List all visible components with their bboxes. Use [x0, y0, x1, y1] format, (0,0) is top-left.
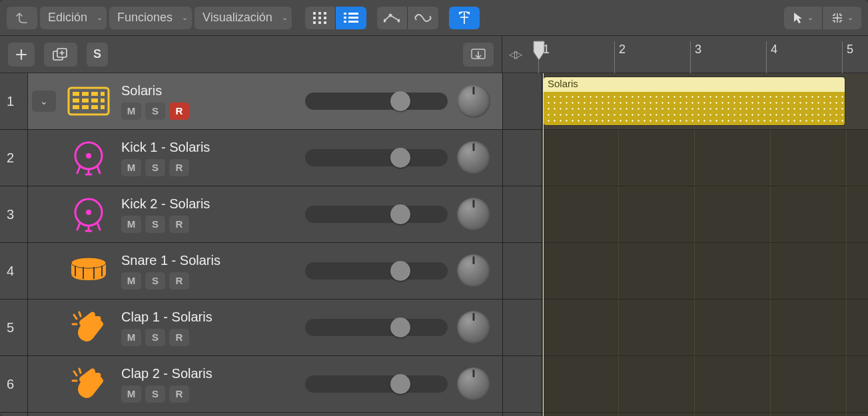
- svg-rect-27: [82, 99, 89, 103]
- track-header[interactable]: ⌄ Solaris M S R: [28, 73, 502, 130]
- menu-view[interactable]: Visualización ⌄: [195, 7, 292, 29]
- record-button[interactable]: R: [169, 272, 189, 290]
- svg-point-16: [389, 13, 392, 17]
- record-button[interactable]: R: [169, 385, 189, 403]
- volume-slider[interactable]: [305, 375, 448, 393]
- main-area: 123456 ⌄ Solaris M S R: [0, 73, 868, 416]
- volume-slider[interactable]: [305, 93, 448, 110]
- back-button[interactable]: [7, 7, 37, 29]
- pointer-tool-button[interactable]: ⌄: [784, 7, 823, 29]
- track-numbers: 123456: [0, 73, 28, 416]
- svg-rect-26: [73, 99, 79, 103]
- track-number[interactable]: 3: [0, 186, 27, 243]
- track-number[interactable]: 4: [0, 243, 27, 300]
- list-view-button[interactable]: [336, 7, 366, 29]
- chevron-down-icon: ⌄: [182, 13, 188, 22]
- pan-knob[interactable]: [457, 311, 490, 344]
- ruler-tick: 5: [842, 41, 853, 73]
- record-button[interactable]: R: [169, 329, 189, 346]
- track-name: Snare 1 - Solaris: [121, 253, 297, 268]
- add-track-button[interactable]: [8, 43, 35, 67]
- solo-button[interactable]: S: [145, 103, 165, 120]
- timeline-row[interactable]: [542, 243, 868, 300]
- tool-group: [377, 7, 438, 29]
- midi-region[interactable]: Solaris: [544, 77, 845, 125]
- timeline-toolbar: ◁▷ 12345: [502, 36, 868, 73]
- plus-cursor-icon: [831, 12, 843, 24]
- mute-button[interactable]: M: [121, 272, 141, 290]
- kick-icon: [64, 138, 113, 178]
- track-header[interactable]: Kick 1 - Solaris M S R: [28, 130, 502, 186]
- global-solo-button[interactable]: S: [87, 43, 108, 67]
- ruler-tick: 2: [614, 41, 626, 73]
- pointer-icon: [793, 12, 803, 24]
- track-header[interactable]: Clap 1 - Solaris M S R: [28, 300, 502, 356]
- svg-rect-25: [101, 92, 105, 96]
- mute-button[interactable]: M: [121, 103, 141, 120]
- track-name: Kick 1 - Solaris: [121, 140, 297, 155]
- pan-knob[interactable]: [457, 198, 490, 231]
- mute-button[interactable]: M: [121, 216, 141, 233]
- svg-rect-12: [348, 17, 358, 19]
- flex-button[interactable]: [408, 7, 438, 29]
- solo-button[interactable]: S: [145, 385, 165, 403]
- playhead-marker[interactable]: [531, 40, 547, 71]
- pan-knob[interactable]: [457, 254, 490, 288]
- solo-button[interactable]: S: [145, 216, 165, 233]
- track-number[interactable]: 6: [0, 356, 27, 413]
- list-icon: [344, 13, 358, 23]
- automation-button[interactable]: [377, 7, 408, 29]
- import-icon: [471, 49, 486, 61]
- pan-knob[interactable]: [457, 367, 490, 401]
- svg-rect-33: [101, 105, 105, 109]
- record-button[interactable]: R: [169, 216, 189, 233]
- pan-knob[interactable]: [457, 85, 490, 118]
- volume-slider[interactable]: [305, 262, 448, 280]
- pan-knob[interactable]: [457, 141, 490, 174]
- grid-icon: [313, 12, 326, 24]
- timeline[interactable]: Solaris: [542, 73, 868, 416]
- track-number[interactable]: 2: [0, 130, 27, 186]
- timeline-row[interactable]: [542, 356, 868, 413]
- svg-rect-0: [313, 12, 316, 15]
- volume-slider[interactable]: [305, 319, 448, 336]
- track-name: Solaris: [121, 83, 297, 99]
- track-header[interactable]: Snare 1 - Solaris M S R: [28, 243, 502, 300]
- disclosure-toggle[interactable]: ⌄: [32, 91, 56, 112]
- duplicate-track-button[interactable]: [44, 43, 77, 67]
- track-name: Kick 2 - Solaris: [121, 196, 297, 212]
- record-button[interactable]: R: [169, 159, 189, 176]
- ruler[interactable]: 12345: [538, 41, 868, 73]
- volume-slider[interactable]: [305, 206, 448, 223]
- timeline-body[interactable]: Solaris: [542, 73, 868, 416]
- track-number[interactable]: 1: [0, 73, 27, 130]
- menu-edit[interactable]: Edición ⌄: [40, 7, 107, 29]
- playhead[interactable]: [543, 73, 544, 416]
- timeline-row[interactable]: [542, 130, 868, 186]
- mute-button[interactable]: M: [121, 329, 141, 346]
- grid-view-button[interactable]: [305, 7, 336, 29]
- nudge-playhead-button[interactable]: ◁▷: [509, 48, 520, 61]
- track-header[interactable]: Clap 2 - Solaris M S R: [28, 356, 502, 413]
- menu-functions-label: Funciones: [117, 11, 173, 25]
- view-mode-group: [305, 7, 366, 29]
- catch-playhead-button[interactable]: [449, 7, 480, 29]
- timeline-row[interactable]: [542, 186, 868, 243]
- solo-button[interactable]: S: [145, 272, 165, 290]
- svg-point-37: [86, 210, 91, 215]
- mute-button[interactable]: M: [121, 385, 141, 403]
- svg-rect-6: [313, 21, 316, 24]
- menu-functions[interactable]: Funciones ⌄: [109, 7, 192, 29]
- solo-button[interactable]: S: [145, 329, 165, 346]
- secondary-tool-button[interactable]: ⌄: [823, 7, 861, 29]
- timeline-row[interactable]: [542, 300, 868, 356]
- track-number[interactable]: 5: [0, 300, 27, 356]
- record-button[interactable]: R: [169, 103, 189, 120]
- track-name: Clap 2 - Solaris: [121, 366, 297, 381]
- mute-button[interactable]: M: [121, 159, 141, 176]
- import-button[interactable]: [463, 43, 494, 67]
- timeline-row[interactable]: Solaris: [542, 73, 868, 130]
- volume-slider[interactable]: [305, 149, 448, 166]
- solo-button[interactable]: S: [145, 159, 165, 176]
- track-header[interactable]: Kick 2 - Solaris M S R: [28, 186, 502, 243]
